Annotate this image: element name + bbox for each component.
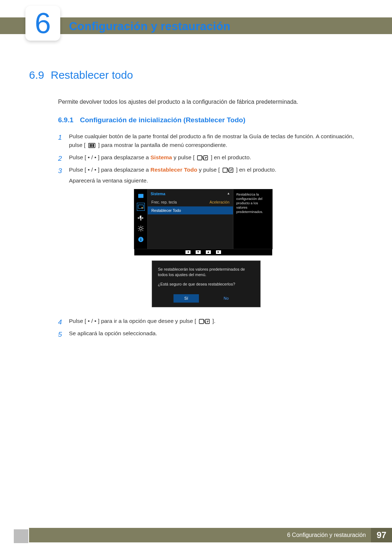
footer-bar: 6 Configuración y restauración 97 <box>29 528 392 542</box>
svg-rect-1 <box>90 144 91 147</box>
step-4-text-b: ]. <box>212 318 216 324</box>
osd-row-reset: Restablecer Todo <box>148 206 233 214</box>
osd-figure: Sistema ▲ Frec. rep. tecla Aceleración R… <box>134 189 363 307</box>
svg-rect-23 <box>140 239 141 241</box>
svg-rect-25 <box>199 319 204 324</box>
osd-row-freq-value: Aceleración <box>209 199 229 205</box>
info-icon <box>137 236 144 243</box>
subsection-heading: 6.9.1 Configuración de inicialización (R… <box>58 116 363 124</box>
step-2: Pulse [ • / • ] para desplazarse a Siste… <box>58 153 363 165</box>
svg-rect-24 <box>140 238 141 239</box>
menu-icon <box>87 142 97 148</box>
section-heading: 6.9 Restablecer todo <box>29 69 363 81</box>
dialog-no-button[interactable]: No <box>213 294 239 303</box>
confirm-dialog: Se restablecerán los valores predetermin… <box>152 260 261 307</box>
svg-line-21 <box>142 226 143 227</box>
step-2-text-c: ] en el producto. <box>211 154 251 160</box>
svg-line-26 <box>204 320 205 323</box>
step-3-highlight: Restablecer Todo <box>151 167 197 173</box>
svg-rect-7 <box>223 168 227 172</box>
svg-line-18 <box>139 226 139 227</box>
step-5: Se aplicará la opción seleccionada. <box>58 329 363 341</box>
dialog-yes-button[interactable]: Sí <box>173 294 199 303</box>
step-3-text-c: ] en el producto. <box>236 167 276 173</box>
nav-right-icon: ► <box>216 250 221 254</box>
svg-line-8 <box>228 168 229 172</box>
step-3-text-a: Pulse [ • / • ] para desplazarse a <box>69 167 151 173</box>
enter-icon <box>196 154 209 160</box>
section-number: 6.9 <box>29 69 44 81</box>
svg-point-12 <box>142 207 143 209</box>
section-title: Restablecer todo <box>51 69 133 81</box>
step-1: Pulse cualquier botón de la parte fronta… <box>58 132 363 153</box>
dialog-message: Se restablecerán los valores predetermin… <box>158 267 254 278</box>
nav-up-icon: ▲ <box>206 250 211 254</box>
step-3-after: Aparecerá la ventana siguiente. <box>69 176 363 185</box>
svg-rect-10 <box>138 194 143 198</box>
dialog-question: ¿Está seguro de que desea restablecerlos… <box>158 282 254 287</box>
step-5-text: Se aplicará la opción seleccionada. <box>69 330 157 336</box>
footer-shadow <box>14 529 28 543</box>
settings-icon <box>137 225 144 232</box>
enter-icon <box>221 167 234 172</box>
size-icon <box>137 214 144 221</box>
step-3: Pulse [ • / • ] para desplazarse a Resta… <box>58 165 363 317</box>
step-4: Pulse [ • / • ] para ir a la opción que … <box>58 317 363 329</box>
chapter-number: 6 <box>35 9 51 38</box>
subsection-number: 6.9.1 <box>58 116 73 124</box>
section-intro: Permite devolver todos los ajustes del p… <box>58 99 363 105</box>
osd-row-freq: Frec. rep. tecla Aceleración <box>148 198 233 206</box>
step-4-text-a: Pulse [ • / • ] para ir a la opción que … <box>69 318 196 324</box>
osd-sidebar <box>134 189 147 249</box>
step-2-text-a: Pulse [ • / • ] para desplazarse a <box>69 154 151 160</box>
svg-rect-3 <box>93 144 94 147</box>
step-2-text-b: y pulse [ <box>173 154 195 160</box>
chapter-badge: 6 <box>25 6 60 41</box>
nav-down-icon: ▼ <box>196 250 201 254</box>
steps-list: Pulse cualquier botón de la parte fronta… <box>58 132 363 341</box>
footer-label: 6 Configuración y restauración <box>287 532 366 538</box>
svg-rect-4 <box>197 156 202 160</box>
svg-line-20 <box>139 230 139 231</box>
osd-title: Sistema <box>151 191 165 197</box>
osd-row-freq-label: Frec. rep. tecla <box>151 199 177 205</box>
osd-row-reset-label: Restablecer Todo <box>151 208 181 213</box>
page-number: 97 <box>377 530 387 540</box>
svg-point-13 <box>139 227 142 230</box>
svg-line-5 <box>202 156 203 160</box>
step-1-text-b: ] para mostrar la pantalla de menú corre… <box>98 142 227 148</box>
enter-icon <box>198 318 211 324</box>
subsection-title: Configuración de inicialización (Restabl… <box>80 116 245 124</box>
svg-line-19 <box>142 230 143 231</box>
page-box: 97 <box>371 528 392 542</box>
nav-left-icon: ◄ <box>185 250 191 254</box>
osd-nav-bar: ◄ ▼ ▲ ► <box>134 249 272 255</box>
chapter-title: Configuración y restauración <box>69 20 230 33</box>
step-2-highlight: Sistema <box>151 154 172 160</box>
osd-help-text: Restablezca la configuración del product… <box>233 189 272 249</box>
screen-icon <box>137 203 144 210</box>
osd-main: Sistema ▲ Frec. rep. tecla Aceleración R… <box>147 189 233 249</box>
picture-icon <box>137 192 144 200</box>
up-triangle-icon: ▲ <box>227 191 230 196</box>
step-3-text-b: y pulse [ <box>199 167 220 173</box>
svg-rect-2 <box>91 144 92 147</box>
